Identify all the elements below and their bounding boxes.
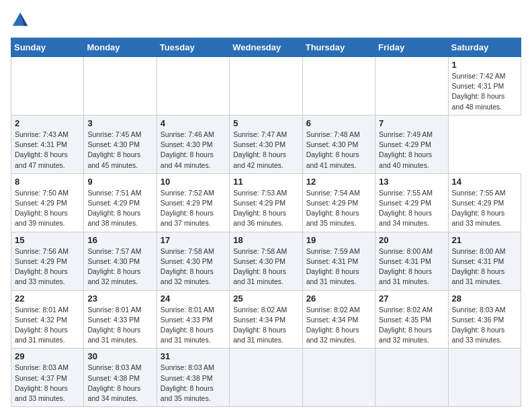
calendar-cell: 30 Sunrise: 8:03 AM Sunset: 4:38 PM Dayl… (84, 349, 157, 407)
day-number: 30 (87, 351, 152, 361)
day-info: Sunrise: 8:01 AM Sunset: 4:32 PM Dayligh… (15, 305, 80, 346)
calendar-cell: 14 Sunrise: 7:55 AM Sunset: 4:29 PM Dayl… (448, 173, 521, 232)
calendar-cell (375, 349, 448, 407)
day-number: 15 (15, 235, 80, 245)
calendar-cell (302, 57, 375, 116)
calendar-day-header: Monday (84, 38, 157, 57)
day-info: Sunrise: 8:03 AM Sunset: 4:38 PM Dayligh… (87, 363, 152, 404)
day-info: Sunrise: 8:02 AM Sunset: 4:34 PM Dayligh… (306, 305, 371, 346)
day-number: 12 (306, 177, 371, 187)
calendar-cell: 8 Sunrise: 7:50 AM Sunset: 4:29 PM Dayli… (11, 173, 84, 232)
day-number: 13 (379, 177, 444, 187)
calendar-cell: 18 Sunrise: 7:58 AM Sunset: 4:30 PM Dayl… (230, 232, 302, 290)
day-info: Sunrise: 8:00 AM Sunset: 4:31 PM Dayligh… (379, 246, 444, 287)
day-number: 5 (233, 118, 298, 128)
day-info: Sunrise: 7:54 AM Sunset: 4:29 PM Dayligh… (306, 188, 371, 229)
calendar-cell: 20 Sunrise: 8:00 AM Sunset: 4:31 PM Dayl… (375, 232, 448, 290)
day-info: Sunrise: 8:03 AM Sunset: 4:38 PM Dayligh… (161, 363, 226, 404)
day-info: Sunrise: 7:52 AM Sunset: 4:29 PM Dayligh… (161, 188, 226, 229)
day-number: 9 (87, 177, 152, 187)
day-info: Sunrise: 7:42 AM Sunset: 4:31 PM Dayligh… (452, 71, 517, 112)
calendar-cell: 26 Sunrise: 8:02 AM Sunset: 4:34 PM Dayl… (302, 290, 375, 349)
calendar-cell: 5 Sunrise: 7:47 AM Sunset: 4:30 PM Dayli… (230, 115, 302, 173)
calendar-week-row: 22 Sunrise: 8:01 AM Sunset: 4:32 PM Dayl… (11, 290, 521, 349)
day-number: 20 (379, 235, 444, 245)
calendar-cell (230, 349, 302, 407)
calendar-week-row: 8 Sunrise: 7:50 AM Sunset: 4:29 PM Dayli… (11, 173, 521, 232)
day-number: 17 (161, 235, 226, 245)
calendar-day-header: Sunday (11, 38, 84, 57)
day-info: Sunrise: 8:01 AM Sunset: 4:33 PM Dayligh… (87, 305, 152, 346)
calendar-cell: 4 Sunrise: 7:46 AM Sunset: 4:30 PM Dayli… (157, 115, 229, 173)
day-number: 22 (15, 293, 80, 304)
day-number: 28 (452, 293, 517, 304)
calendar-cell: 11 Sunrise: 7:53 AM Sunset: 4:29 PM Dayl… (230, 173, 302, 232)
calendar-cell: 2 Sunrise: 7:43 AM Sunset: 4:31 PM Dayli… (11, 115, 84, 173)
day-number: 29 (15, 351, 80, 361)
day-info: Sunrise: 7:55 AM Sunset: 4:29 PM Dayligh… (452, 188, 517, 229)
calendar-day-header: Tuesday (157, 38, 229, 57)
day-info: Sunrise: 7:58 AM Sunset: 4:30 PM Dayligh… (161, 246, 226, 287)
day-number: 23 (87, 293, 152, 304)
day-info: Sunrise: 7:56 AM Sunset: 4:29 PM Dayligh… (15, 246, 80, 287)
calendar-cell: 24 Sunrise: 8:01 AM Sunset: 4:33 PM Dayl… (157, 290, 229, 349)
day-number: 11 (233, 177, 298, 187)
day-info: Sunrise: 7:55 AM Sunset: 4:29 PM Dayligh… (379, 188, 444, 229)
calendar-week-row: 2 Sunrise: 7:43 AM Sunset: 4:31 PM Dayli… (11, 115, 521, 173)
calendar-day-header: Friday (375, 38, 448, 57)
day-number: 6 (306, 118, 371, 128)
calendar-day-header: Saturday (448, 38, 521, 57)
calendar-cell: 19 Sunrise: 7:59 AM Sunset: 4:31 PM Dayl… (302, 232, 375, 290)
calendar-cell: 29 Sunrise: 8:03 AM Sunset: 4:37 PM Dayl… (11, 349, 84, 407)
calendar-cell (448, 349, 521, 407)
calendar-cell: 12 Sunrise: 7:54 AM Sunset: 4:29 PM Dayl… (302, 173, 375, 232)
calendar-cell: 3 Sunrise: 7:45 AM Sunset: 4:30 PM Dayli… (84, 115, 157, 173)
calendar-day-header: Wednesday (230, 38, 302, 57)
logo-icon (11, 11, 30, 30)
calendar-cell (375, 57, 448, 116)
calendar-cell: 25 Sunrise: 8:02 AM Sunset: 4:34 PM Dayl… (230, 290, 302, 349)
calendar-cell: 7 Sunrise: 7:49 AM Sunset: 4:29 PM Dayli… (375, 115, 448, 173)
day-number: 24 (161, 293, 226, 304)
calendar-cell: 22 Sunrise: 8:01 AM Sunset: 4:32 PM Dayl… (11, 290, 84, 349)
day-number: 18 (233, 235, 298, 245)
day-number: 31 (161, 351, 226, 361)
day-info: Sunrise: 7:45 AM Sunset: 4:30 PM Dayligh… (87, 130, 152, 171)
calendar-cell: 28 Sunrise: 8:03 AM Sunset: 4:36 PM Dayl… (448, 290, 521, 349)
day-number: 4 (161, 118, 226, 128)
calendar-cell (11, 57, 84, 116)
calendar-cell: 6 Sunrise: 7:48 AM Sunset: 4:30 PM Dayli… (302, 115, 375, 173)
day-number: 10 (161, 177, 226, 187)
calendar-cell: 31 Sunrise: 8:03 AM Sunset: 4:38 PM Dayl… (157, 349, 229, 407)
calendar-week-row: 15 Sunrise: 7:56 AM Sunset: 4:29 PM Dayl… (11, 232, 521, 290)
calendar-cell (84, 57, 157, 116)
day-info: Sunrise: 8:02 AM Sunset: 4:35 PM Dayligh… (379, 305, 444, 346)
day-info: Sunrise: 7:46 AM Sunset: 4:30 PM Dayligh… (161, 130, 226, 171)
day-info: Sunrise: 7:49 AM Sunset: 4:29 PM Dayligh… (379, 130, 444, 171)
calendar-week-row: 1 Sunrise: 7:42 AM Sunset: 4:31 PM Dayli… (11, 57, 521, 116)
calendar-day-header: Thursday (302, 38, 375, 57)
day-info: Sunrise: 8:02 AM Sunset: 4:34 PM Dayligh… (233, 305, 298, 346)
day-info: Sunrise: 7:53 AM Sunset: 4:29 PM Dayligh… (233, 188, 298, 229)
calendar-week-row: 29 Sunrise: 8:03 AM Sunset: 4:37 PM Dayl… (11, 349, 521, 407)
day-number: 3 (87, 118, 152, 128)
calendar-cell (157, 57, 229, 116)
day-info: Sunrise: 8:01 AM Sunset: 4:33 PM Dayligh… (161, 305, 226, 346)
calendar-cell: 27 Sunrise: 8:02 AM Sunset: 4:35 PM Dayl… (375, 290, 448, 349)
day-number: 2 (15, 118, 80, 128)
calendar-cell (302, 349, 375, 407)
day-number: 7 (379, 118, 444, 128)
day-info: Sunrise: 7:50 AM Sunset: 4:29 PM Dayligh… (15, 188, 80, 229)
day-info: Sunrise: 7:59 AM Sunset: 4:31 PM Dayligh… (306, 246, 371, 287)
calendar-cell: 15 Sunrise: 7:56 AM Sunset: 4:29 PM Dayl… (11, 232, 84, 290)
calendar-header-row: SundayMondayTuesdayWednesdayThursdayFrid… (11, 38, 521, 57)
day-number: 27 (379, 293, 444, 304)
day-info: Sunrise: 7:43 AM Sunset: 4:31 PM Dayligh… (15, 130, 80, 171)
day-number: 14 (452, 177, 517, 187)
day-number: 25 (233, 293, 298, 304)
day-info: Sunrise: 7:58 AM Sunset: 4:30 PM Dayligh… (233, 246, 298, 287)
day-number: 26 (306, 293, 371, 304)
calendar-cell: 21 Sunrise: 8:00 AM Sunset: 4:31 PM Dayl… (448, 232, 521, 290)
calendar-table: SundayMondayTuesdayWednesdayThursdayFrid… (11, 38, 521, 407)
day-info: Sunrise: 7:47 AM Sunset: 4:30 PM Dayligh… (233, 130, 298, 171)
